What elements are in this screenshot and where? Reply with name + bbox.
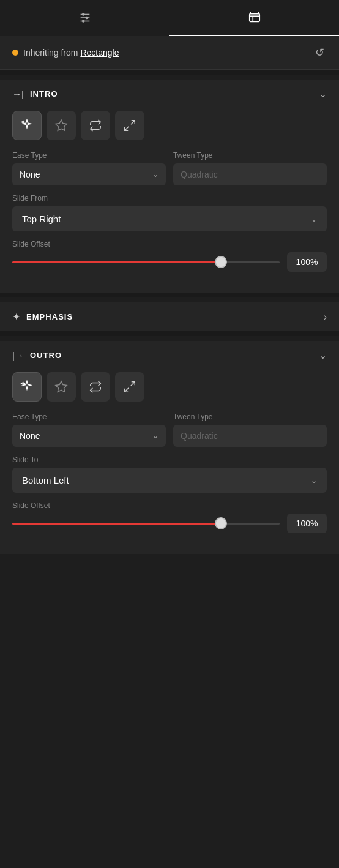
header-tabs bbox=[0, 0, 339, 36]
inherit-bar: Inheriting from Rectangle ↺ bbox=[0, 36, 339, 70]
outro-ease-label: Ease Type bbox=[12, 413, 166, 421]
outro-slider-track bbox=[12, 523, 280, 525]
outro-slider-fill bbox=[12, 523, 221, 525]
outro-slider[interactable] bbox=[12, 517, 280, 529]
inherit-text: Inheriting from Rectangle bbox=[23, 48, 308, 58]
outro-ease-value: None bbox=[20, 431, 40, 441]
tab-animation[interactable] bbox=[170, 0, 339, 36]
outro-star-button[interactable] bbox=[47, 372, 76, 402]
svg-rect-6 bbox=[249, 14, 259, 22]
sliders-icon bbox=[78, 11, 92, 24]
outro-section: |→ OUTRO ⌄ bbox=[0, 341, 339, 554]
intro-slide-from-label: Slide From bbox=[12, 194, 327, 203]
outro-slide-to-field: Slide To Bottom Left ⌄ bbox=[12, 455, 327, 493]
intro-icon: →| bbox=[12, 89, 24, 99]
divider-2 bbox=[0, 293, 339, 297]
intro-body: Ease Type None ⌄ Tween Type Quadratic Sl… bbox=[0, 108, 339, 293]
sparkle-active-icon bbox=[20, 119, 34, 132]
emphasis-icon: ✦ bbox=[12, 311, 20, 323]
intro-slider-row: 100% bbox=[12, 252, 327, 272]
inherit-dot bbox=[12, 50, 18, 56]
outro-star-icon bbox=[54, 380, 68, 394]
svg-point-4 bbox=[85, 17, 88, 20]
outro-ease-chevron: ⌄ bbox=[152, 432, 158, 440]
outro-anim-buttons bbox=[12, 372, 327, 402]
intro-ease-select[interactable]: None ⌄ bbox=[12, 163, 166, 185]
outro-ease-select[interactable]: None ⌄ bbox=[12, 425, 166, 447]
intro-ease-chevron: ⌄ bbox=[152, 170, 158, 179]
expand-icon bbox=[123, 119, 136, 132]
svg-point-3 bbox=[81, 13, 84, 16]
intro-title: INTRO bbox=[30, 89, 313, 99]
intro-slider-fill bbox=[12, 261, 221, 263]
intro-sparkle-button[interactable] bbox=[12, 111, 42, 140]
intro-type-row: Ease Type None ⌄ Tween Type Quadratic bbox=[12, 151, 327, 185]
outro-slide-to-select[interactable]: Bottom Left ⌄ bbox=[12, 468, 327, 493]
intro-slide-from-chevron: ⌄ bbox=[311, 215, 317, 223]
intro-toggle-icon[interactable]: ⌄ bbox=[319, 88, 327, 100]
intro-slide-from-select[interactable]: Top Right ⌄ bbox=[12, 206, 327, 231]
intro-tween-label: Tween Type bbox=[173, 151, 327, 160]
intro-anim-buttons bbox=[12, 111, 327, 140]
intro-slider-track bbox=[12, 261, 280, 263]
emphasis-arrow-icon[interactable]: › bbox=[324, 312, 327, 323]
reset-button[interactable]: ↺ bbox=[313, 45, 327, 61]
outro-expand-button[interactable] bbox=[115, 372, 144, 402]
outro-body: Ease Type None ⌄ Tween Type Quadratic Sl… bbox=[0, 370, 339, 554]
intro-slide-from-field: Slide From Top Right ⌄ bbox=[12, 194, 327, 231]
outro-slider-thumb[interactable] bbox=[215, 517, 227, 529]
outro-toggle-icon[interactable]: ⌄ bbox=[319, 350, 327, 361]
outro-sparkle-button[interactable] bbox=[12, 372, 42, 402]
outro-tween-field: Tween Type Quadratic bbox=[173, 413, 327, 447]
outro-slider-value: 100% bbox=[287, 514, 327, 533]
intro-star-button[interactable] bbox=[47, 111, 76, 140]
outro-type-row: Ease Type None ⌄ Tween Type Quadratic bbox=[12, 413, 327, 447]
outro-title: OUTRO bbox=[30, 351, 313, 360]
outro-slide-offset-field: Slide Offset 100% bbox=[12, 501, 327, 533]
inherit-source[interactable]: Rectangle bbox=[80, 48, 119, 58]
intro-slider-value: 100% bbox=[287, 252, 327, 272]
star-icon bbox=[54, 119, 68, 132]
intro-tween-select: Quadratic bbox=[173, 163, 327, 185]
outro-slider-row: 100% bbox=[12, 514, 327, 533]
emphasis-section: ✦ EMPHASIS › bbox=[0, 302, 339, 331]
intro-section-header[interactable]: →| INTRO ⌄ bbox=[0, 80, 339, 108]
intro-slider-thumb[interactable] bbox=[215, 256, 227, 268]
outro-tween-select: Quadratic bbox=[173, 425, 327, 447]
loop-icon bbox=[89, 119, 102, 132]
tab-settings[interactable] bbox=[0, 0, 170, 36]
intro-slide-offset-label: Slide Offset bbox=[12, 240, 327, 249]
intro-ease-value: None bbox=[20, 170, 40, 179]
intro-slider[interactable] bbox=[12, 256, 280, 268]
outro-icon: |→ bbox=[12, 350, 24, 361]
divider-3 bbox=[0, 331, 339, 336]
outro-slide-to-chevron: ⌄ bbox=[311, 476, 317, 485]
outro-slide-to-value: Bottom Left bbox=[22, 475, 69, 485]
intro-section: →| INTRO ⌄ bbox=[0, 80, 339, 293]
outro-loop-icon bbox=[89, 380, 102, 394]
intro-expand-button[interactable] bbox=[115, 111, 144, 140]
divider-1 bbox=[0, 70, 339, 75]
outro-section-header[interactable]: |→ OUTRO ⌄ bbox=[0, 341, 339, 370]
outro-slide-to-label: Slide To bbox=[12, 455, 327, 464]
outro-sparkle-active-icon bbox=[20, 380, 34, 394]
emphasis-section-header[interactable]: ✦ EMPHASIS › bbox=[0, 302, 339, 331]
intro-tween-field: Tween Type Quadratic bbox=[173, 151, 327, 185]
animation-icon bbox=[248, 11, 261, 24]
intro-ease-label: Ease Type bbox=[12, 151, 166, 160]
outro-slide-offset-label: Slide Offset bbox=[12, 501, 327, 510]
outro-ease-field: Ease Type None ⌄ bbox=[12, 413, 166, 447]
intro-loop-button[interactable] bbox=[81, 111, 110, 140]
outro-expand-icon bbox=[123, 380, 136, 394]
outro-tween-value: Quadratic bbox=[181, 431, 218, 441]
outro-tween-label: Tween Type bbox=[173, 413, 327, 421]
intro-slide-offset-field: Slide Offset 100% bbox=[12, 240, 327, 272]
emphasis-title: EMPHASIS bbox=[26, 312, 318, 321]
intro-slide-from-value: Top Right bbox=[22, 214, 61, 224]
outro-loop-button[interactable] bbox=[81, 372, 110, 402]
intro-ease-field: Ease Type None ⌄ bbox=[12, 151, 166, 185]
intro-tween-value: Quadratic bbox=[181, 170, 218, 179]
svg-point-5 bbox=[81, 20, 84, 23]
